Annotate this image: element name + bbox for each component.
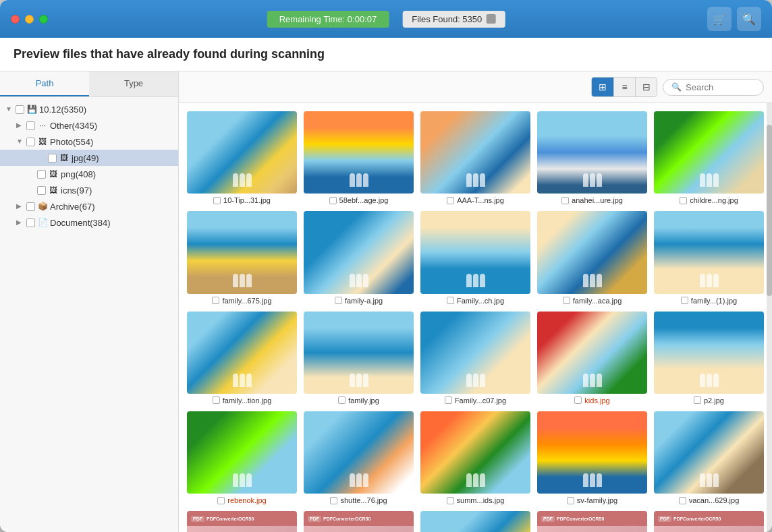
grid-filename: 58ebf...age.jpg xyxy=(339,196,389,204)
grid-item-21[interactable]: PDF PDFConverterOCR50 PDFConverterOCR50 xyxy=(187,511,297,532)
grid-item-5[interactable]: childre...ng.jpg xyxy=(654,111,764,204)
grid-item-3[interactable]: AAA-T...ns.jpg xyxy=(420,111,530,204)
grid-filename: family...aca.jpg xyxy=(573,297,622,305)
arrow-icon xyxy=(16,202,24,210)
grid-label: family.jpg xyxy=(338,396,379,405)
checkbox-jpg[interactable] xyxy=(48,154,57,162)
sidebar-item-archive[interactable]: 📦 Archive(67) xyxy=(0,198,178,214)
search-icon-button[interactable]: 🔍 xyxy=(737,7,761,31)
sidebar-item-root[interactable]: 💾 10.12(5350) xyxy=(0,101,178,117)
grid-checkbox[interactable] xyxy=(335,297,342,304)
tree-label-other: Other(4345) xyxy=(50,121,97,131)
maximize-button[interactable] xyxy=(39,15,48,24)
sidebar-item-jpg[interactable]: 🖼 jpg(49) xyxy=(0,150,178,166)
grid-checkbox[interactable] xyxy=(679,497,686,504)
grid-item-4[interactable]: anahei...ure.jpg xyxy=(537,111,647,204)
grid-item-17[interactable]: shutte...76.jpg xyxy=(304,411,414,504)
sidebar-item-other[interactable]: ··· Other(4345) xyxy=(0,117,178,134)
grid-checkbox[interactable] xyxy=(447,497,454,504)
grid-checkbox[interactable] xyxy=(563,297,570,304)
search-box: 🔍 xyxy=(663,79,764,96)
grid-filename: 10-Tip...31.jpg xyxy=(223,196,271,204)
sidebar-item-photo[interactable]: 🖼 Photo(554) xyxy=(0,134,178,150)
remaining-time-badge: Remaining Time: 0:00:07 xyxy=(267,11,389,28)
tree-label-photo: Photo(554) xyxy=(50,137,93,147)
grid-checkbox[interactable] xyxy=(694,396,701,404)
grid-view-button[interactable]: ⊞ xyxy=(592,78,613,96)
sidebar-item-document[interactable]: 📄 Document(384) xyxy=(0,214,178,231)
grid-item-14[interactable]: kids.jpg xyxy=(537,312,647,405)
checkbox-png[interactable] xyxy=(37,170,46,179)
cart-icon-button[interactable]: 🛒 xyxy=(707,7,732,31)
grid-thumb xyxy=(537,411,647,494)
minimize-button[interactable] xyxy=(25,15,34,24)
sidebar-item-icns[interactable]: 🖼 icns(97) xyxy=(0,182,178,198)
grid-checkbox[interactable] xyxy=(680,197,687,204)
grid-thumb xyxy=(304,211,414,293)
sidebar-item-png[interactable]: 🖼 png(408) xyxy=(0,166,178,182)
grid-item-19[interactable]: sv-family.jpg xyxy=(537,411,647,504)
grid-label: rebenok.jpg xyxy=(217,496,267,504)
grid-checkbox[interactable] xyxy=(213,396,220,404)
tab-type[interactable]: Type xyxy=(89,71,178,96)
scrollbar-thumb[interactable] xyxy=(767,125,772,296)
grid-checkbox[interactable] xyxy=(447,297,454,304)
scrollbar[interactable] xyxy=(767,103,772,532)
checkbox-other[interactable] xyxy=(26,121,35,130)
grid-item-9[interactable]: family...aca.jpg xyxy=(537,211,647,304)
grid-label: 10-Tip...31.jpg xyxy=(213,196,271,204)
checkbox-icns[interactable] xyxy=(37,186,46,195)
grid-checkbox[interactable] xyxy=(445,396,452,404)
grid-item-18[interactable]: summ...ids.jpg xyxy=(420,411,530,504)
split-view-button[interactable]: ⊟ xyxy=(635,78,657,96)
grid-item-20[interactable]: vacan...629.jpg xyxy=(654,411,764,504)
grid-checkbox[interactable] xyxy=(561,197,569,204)
search-input[interactable] xyxy=(686,82,755,92)
grid-filename: rebenok.jpg xyxy=(227,496,267,504)
grid-item-1[interactable]: 10-Tip...31.jpg xyxy=(187,111,297,204)
grid-item-12[interactable]: family.jpg xyxy=(304,312,414,405)
content-toolbar: ⊞ ≡ ⊟ 🔍 xyxy=(179,71,772,103)
grid-filename: summ...ids.jpg xyxy=(457,496,505,504)
grid-checkbox[interactable] xyxy=(574,396,582,404)
grid-checkbox[interactable] xyxy=(212,297,219,304)
arrow-icon xyxy=(16,138,24,146)
checkbox-archive[interactable] xyxy=(26,202,35,211)
arrow-spacer xyxy=(27,170,35,178)
grid-item-23[interactable]: ➜ xyxy=(420,511,530,532)
grid-checkbox[interactable] xyxy=(567,497,574,504)
checkbox-root[interactable] xyxy=(16,105,24,114)
files-found-badge: Files Found: 5350 xyxy=(402,11,505,28)
grid-label: vacan...629.jpg xyxy=(679,496,740,504)
grid-checkbox[interactable] xyxy=(213,197,221,204)
grid-thumb xyxy=(537,211,647,293)
grid-checkbox[interactable] xyxy=(330,497,337,504)
tab-path[interactable]: Path xyxy=(0,71,89,96)
grid-checkbox[interactable] xyxy=(447,197,454,204)
grid-item-24[interactable]: PDF PDFConverterOCR50 PDFConverterOCR50 xyxy=(537,511,647,532)
grid-thumb xyxy=(420,411,530,494)
stop-button[interactable] xyxy=(486,14,495,24)
grid-item-15[interactable]: p2.jpg xyxy=(654,312,764,405)
grid-checkbox[interactable] xyxy=(217,497,225,504)
close-button[interactable] xyxy=(11,15,20,24)
checkbox-document[interactable] xyxy=(26,218,35,227)
grid-item-10[interactable]: family...(1).jpg xyxy=(654,211,764,304)
grid-item-2[interactable]: 58ebf...age.jpg xyxy=(304,111,414,204)
grid-item-7[interactable]: family-a.jpg xyxy=(304,211,414,304)
checkbox-photo[interactable] xyxy=(26,138,35,146)
grid-checkbox[interactable] xyxy=(681,297,688,304)
grid-item-6[interactable]: family...675.jpg xyxy=(187,211,297,304)
grid-thumb xyxy=(654,211,764,293)
grid-item-11[interactable]: family...tion.jpg xyxy=(187,312,297,405)
grid-item-25[interactable]: PDF PDFConverterOCR50 PDFConverterOCR50 xyxy=(654,511,764,532)
grid-checkbox[interactable] xyxy=(338,396,346,404)
grid-item-16[interactable]: rebenok.jpg xyxy=(187,411,297,504)
tree-label-archive: Archive(67) xyxy=(50,202,94,212)
grid-item-22[interactable]: PDF PDFConverterOCR50 PDFConverterOCR50 xyxy=(304,511,414,532)
grid-checkbox[interactable] xyxy=(329,197,337,204)
grid-item-8[interactable]: Family...ch.jpg xyxy=(420,211,530,304)
grid-thumb xyxy=(304,111,414,194)
grid-item-13[interactable]: Family...c07.jpg xyxy=(420,312,530,405)
list-view-button[interactable]: ≡ xyxy=(613,78,635,96)
